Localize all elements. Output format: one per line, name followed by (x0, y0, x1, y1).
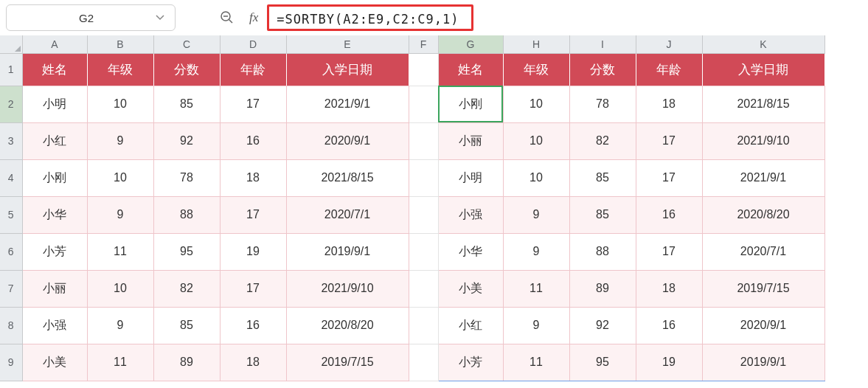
row-head-8[interactable]: 8 (0, 307, 22, 344)
cell[interactable]: 82 (153, 270, 220, 307)
cell[interactable]: 78 (569, 86, 636, 122)
cell[interactable]: 2020/7/1 (702, 233, 824, 270)
cell[interactable]: 89 (153, 344, 220, 381)
cell[interactable]: 88 (569, 233, 636, 270)
cell[interactable]: 18 (636, 86, 702, 122)
spacer-cell[interactable] (409, 307, 438, 344)
left-col-score[interactable]: 分数 (153, 53, 220, 86)
cell[interactable]: 2020/7/1 (286, 196, 409, 233)
cell[interactable]: 85 (569, 159, 636, 196)
col-head-H[interactable]: H (503, 35, 569, 53)
col-head-F[interactable]: F (409, 35, 438, 53)
col-head-D[interactable]: D (220, 35, 286, 53)
cell[interactable]: 小刚 (22, 159, 87, 196)
cell[interactable]: 2021/8/15 (286, 159, 409, 196)
spacer-cell[interactable] (409, 159, 438, 196)
row-head-9[interactable]: 9 (0, 344, 22, 381)
spacer-cell[interactable] (409, 196, 438, 233)
cell[interactable]: 小丽 (22, 270, 87, 307)
right-col-score[interactable]: 分数 (569, 53, 636, 86)
cell[interactable]: 2020/8/20 (702, 196, 824, 233)
cell[interactable]: 2019/7/15 (286, 344, 409, 381)
cell[interactable]: 2019/7/15 (702, 270, 824, 307)
right-col-grade[interactable]: 年级 (503, 53, 569, 86)
col-head-G[interactable]: G (438, 35, 503, 53)
cell[interactable]: 10 (503, 86, 569, 122)
spreadsheet-grid[interactable]: A B C D E F G H I J K 1姓名年级分数年龄入学日期姓名年级分… (0, 35, 825, 381)
cell[interactable]: 19 (636, 344, 702, 381)
cell[interactable]: 9 (87, 307, 153, 344)
select-all-corner[interactable] (0, 35, 22, 53)
left-col-grade[interactable]: 年级 (87, 53, 153, 86)
cell[interactable]: 小红 (22, 122, 87, 159)
cell[interactable]: 85 (153, 307, 220, 344)
cell[interactable]: 78 (153, 159, 220, 196)
cell[interactable]: 82 (569, 122, 636, 159)
cell[interactable]: 92 (153, 122, 220, 159)
cell[interactable]: 9 (87, 196, 153, 233)
cell[interactable]: 16 (636, 307, 702, 344)
cell[interactable]: 2021/9/1 (702, 159, 824, 196)
cell[interactable]: 9 (503, 233, 569, 270)
row-head-2[interactable]: 2 (0, 86, 22, 122)
formula-bar[interactable]: =SORTBY(A2:E9,C2:C9,1) (267, 4, 473, 31)
cell[interactable]: 小明 (438, 159, 503, 196)
spacer-cell[interactable] (409, 53, 438, 86)
row-head-3[interactable]: 3 (0, 122, 22, 159)
cell[interactable]: 小美 (438, 270, 503, 307)
right-col-date[interactable]: 入学日期 (702, 53, 824, 86)
cell[interactable]: 2021/9/10 (286, 270, 409, 307)
cell[interactable]: 95 (153, 233, 220, 270)
cell[interactable]: 小刚 (438, 86, 503, 122)
right-col-name[interactable]: 姓名 (438, 53, 503, 86)
cell[interactable]: 17 (636, 159, 702, 196)
cell[interactable]: 18 (220, 344, 286, 381)
zoom-out-icon[interactable] (217, 7, 237, 28)
fx-label[interactable]: fx (249, 10, 258, 25)
cell[interactable]: 10 (503, 159, 569, 196)
left-col-age[interactable]: 年龄 (220, 53, 286, 86)
left-col-name[interactable]: 姓名 (22, 53, 87, 86)
cell[interactable]: 95 (569, 344, 636, 381)
cell[interactable]: 19 (220, 233, 286, 270)
cell[interactable]: 18 (220, 159, 286, 196)
row-head-6[interactable]: 6 (0, 233, 22, 270)
col-head-E[interactable]: E (286, 35, 409, 53)
cell[interactable]: 17 (636, 122, 702, 159)
cell[interactable]: 17 (636, 233, 702, 270)
col-head-K[interactable]: K (702, 35, 824, 53)
cell[interactable]: 10 (87, 159, 153, 196)
cell[interactable]: 小华 (438, 233, 503, 270)
cell[interactable]: 小红 (438, 307, 503, 344)
cell[interactable]: 小美 (22, 344, 87, 381)
cell[interactable]: 85 (153, 86, 220, 122)
spacer-cell[interactable] (409, 86, 438, 122)
cell[interactable]: 17 (220, 196, 286, 233)
cell[interactable]: 16 (220, 122, 286, 159)
right-col-age[interactable]: 年龄 (636, 53, 702, 86)
cell[interactable]: 10 (503, 122, 569, 159)
cell[interactable]: 2021/9/10 (702, 122, 824, 159)
col-head-B[interactable]: B (87, 35, 153, 53)
chevron-down-icon[interactable] (156, 13, 164, 22)
cell[interactable]: 89 (569, 270, 636, 307)
cell[interactable]: 2021/9/1 (286, 86, 409, 122)
col-head-J[interactable]: J (636, 35, 702, 53)
cell[interactable]: 10 (87, 86, 153, 122)
cell[interactable]: 2020/8/20 (286, 307, 409, 344)
cell[interactable]: 2020/9/1 (286, 122, 409, 159)
col-head-A[interactable]: A (22, 35, 87, 53)
cell[interactable]: 2019/9/1 (702, 344, 824, 381)
cell[interactable]: 85 (569, 196, 636, 233)
row-head-1[interactable]: 1 (0, 53, 22, 86)
spacer-cell[interactable] (409, 270, 438, 307)
cell[interactable]: 11 (87, 344, 153, 381)
cell[interactable]: 18 (636, 270, 702, 307)
cell[interactable]: 小华 (22, 196, 87, 233)
cell[interactable]: 9 (503, 196, 569, 233)
cell[interactable]: 88 (153, 196, 220, 233)
cell[interactable]: 11 (87, 233, 153, 270)
col-head-I[interactable]: I (569, 35, 636, 53)
cell[interactable]: 小强 (22, 307, 87, 344)
cell[interactable]: 17 (220, 86, 286, 122)
